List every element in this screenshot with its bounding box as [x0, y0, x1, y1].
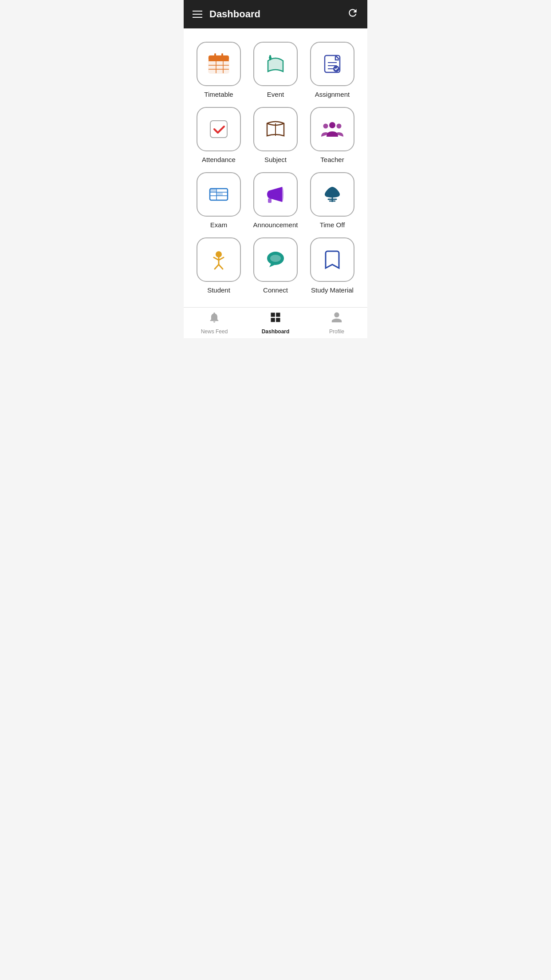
sidebar-item-teacher[interactable]: Teacher [306, 107, 358, 163]
refresh-icon[interactable] [347, 7, 358, 21]
nav-profile[interactable]: Profile [306, 311, 367, 335]
svg-line-35 [219, 265, 223, 269]
svg-rect-10 [269, 55, 271, 60]
svg-point-18 [329, 122, 335, 128]
svg-rect-16 [210, 121, 227, 138]
announcement-icon-box [253, 172, 298, 217]
student-label: Student [207, 286, 230, 294]
profile-icon [331, 311, 343, 327]
connect-icon-box [253, 237, 298, 282]
teacher-icon-box [310, 107, 354, 151]
newsfeed-icon [208, 311, 220, 327]
exam-icon-box [197, 172, 241, 217]
assignment-icon-box [310, 42, 354, 86]
svg-rect-25 [210, 189, 216, 192]
hamburger-icon[interactable] [193, 11, 202, 18]
attendance-icon-box [197, 107, 241, 151]
svg-line-34 [215, 265, 219, 269]
sidebar-item-exam[interactable]: Exam [193, 172, 245, 229]
sidebar-item-student[interactable]: Student [193, 237, 245, 294]
svg-point-19 [323, 124, 328, 129]
bottom-nav: News Feed Dashboard Profile [184, 307, 367, 338]
sidebar-item-timetable[interactable]: Timetable [193, 42, 245, 98]
exam-icon [207, 182, 231, 206]
sidebar-item-connect[interactable]: Connect [249, 237, 302, 294]
studymaterial-label: Study Material [311, 286, 354, 294]
main-content: Timetable Event [184, 28, 367, 307]
connect-label: Connect [263, 286, 288, 294]
event-icon-box [253, 42, 298, 86]
timeoff-icon [320, 182, 344, 206]
announcement-label: Announcement [253, 221, 298, 229]
svg-point-20 [337, 124, 342, 129]
timeoff-icon-box [310, 172, 354, 217]
timetable-label: Timetable [204, 91, 233, 98]
studymaterial-icon [320, 248, 344, 272]
svg-point-30 [216, 251, 222, 257]
timetable-icon [207, 52, 231, 76]
svg-point-37 [270, 255, 281, 262]
event-label: Event [267, 91, 284, 98]
teacher-icon [320, 117, 344, 141]
sidebar-item-event[interactable]: Event [249, 42, 302, 98]
exam-label: Exam [210, 221, 227, 229]
svg-rect-1 [209, 55, 229, 61]
sidebar-item-announcement[interactable]: Announcement [249, 172, 302, 229]
subject-icon [264, 117, 287, 141]
nav-dashboard[interactable]: Dashboard [245, 311, 306, 335]
dashboard-grid: Timetable Event [188, 37, 363, 298]
svg-line-32 [214, 257, 219, 260]
dashboard-nav-label: Dashboard [262, 328, 290, 335]
dashboard-nav-icon [269, 311, 282, 327]
newsfeed-label: News Feed [201, 328, 228, 335]
sidebar-item-timeoff[interactable]: Time Off [306, 172, 358, 229]
header-left: Dashboard [193, 8, 260, 20]
timeoff-label: Time Off [320, 221, 345, 229]
connect-icon [264, 248, 287, 272]
event-icon [264, 52, 287, 76]
svg-rect-29 [268, 198, 272, 203]
attendance-label: Attendance [202, 156, 236, 163]
svg-rect-7 [214, 53, 216, 58]
svg-line-33 [219, 257, 224, 260]
sidebar-item-studymaterial[interactable]: Study Material [306, 237, 358, 294]
sidebar-item-attendance[interactable]: Attendance [193, 107, 245, 163]
assignment-icon [320, 52, 344, 76]
studymaterial-icon-box [310, 237, 354, 282]
attendance-icon [207, 117, 231, 141]
student-icon [207, 248, 231, 272]
announcement-icon [264, 182, 287, 206]
nav-newsfeed[interactable]: News Feed [184, 311, 245, 335]
svg-point-28 [281, 187, 283, 202]
sidebar-item-subject[interactable]: Subject [249, 107, 302, 163]
profile-label: Profile [329, 328, 344, 335]
timetable-icon-box [197, 42, 241, 86]
assignment-label: Assignment [315, 91, 350, 98]
subject-label: Subject [264, 156, 287, 163]
subject-icon-box [253, 107, 298, 151]
svg-rect-8 [221, 53, 223, 58]
page-title: Dashboard [209, 8, 260, 20]
header: Dashboard [184, 0, 367, 28]
sidebar-item-assignment[interactable]: Assignment [306, 42, 358, 98]
teacher-label: Teacher [320, 156, 344, 163]
student-icon-box [197, 237, 241, 282]
svg-rect-26 [217, 193, 223, 196]
